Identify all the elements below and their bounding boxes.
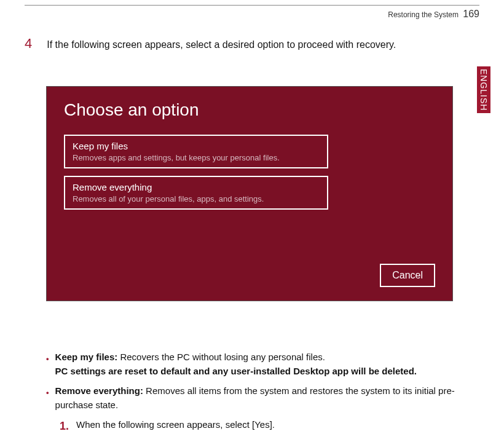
- explanation-list: • Keep my files: Recovers the PC without…: [46, 350, 461, 435]
- language-tab: ENGLISH: [477, 66, 490, 113]
- keep-files-label: Keep my files:: [55, 352, 118, 362]
- step-row: 4 If the following screen appears, selec…: [25, 36, 479, 52]
- substep-row: 1. When the following screen appears, se…: [60, 418, 461, 435]
- explain-keep-files: • Keep my files: Recovers the PC without…: [46, 350, 461, 378]
- bullet-icon: •: [46, 353, 49, 381]
- option-title: Remove everything: [73, 182, 320, 192]
- step-description: If the following screen appears, select …: [47, 39, 396, 50]
- header-text: Restoring the System 169: [388, 9, 479, 20]
- header-section: Restoring the System: [388, 10, 459, 19]
- remove-everything-label: Remove everything:: [55, 385, 143, 396]
- cancel-button[interactable]: Cancel: [380, 264, 435, 287]
- recovery-screenshot: Choose an option Keep my files Removes a…: [46, 86, 453, 301]
- explain-remove-everything: • Remove everything: Removes all items f…: [46, 384, 461, 412]
- screenshot-title: Choose an option: [64, 100, 435, 120]
- header-rule: [25, 5, 479, 6]
- option-keep-my-files[interactable]: Keep my files Removes apps and settings,…: [64, 135, 328, 168]
- page-number: 169: [463, 9, 479, 19]
- substep-text: When the following screen appears, selec…: [76, 418, 275, 435]
- keep-files-text: Recovers the PC without losing any perso…: [117, 352, 325, 362]
- step-number: 4: [25, 36, 32, 52]
- option-description: Removes all of your personal files, apps…: [73, 194, 320, 203]
- option-remove-everything[interactable]: Remove everything Removes all of your pe…: [64, 176, 328, 210]
- substep-number: 1.: [60, 418, 69, 435]
- option-title: Keep my files: [73, 141, 320, 151]
- option-description: Removes apps and settings, but keeps you…: [73, 153, 320, 162]
- bullet-icon: •: [46, 387, 49, 414]
- keep-files-warning: PC settings are reset to default and any…: [55, 366, 417, 376]
